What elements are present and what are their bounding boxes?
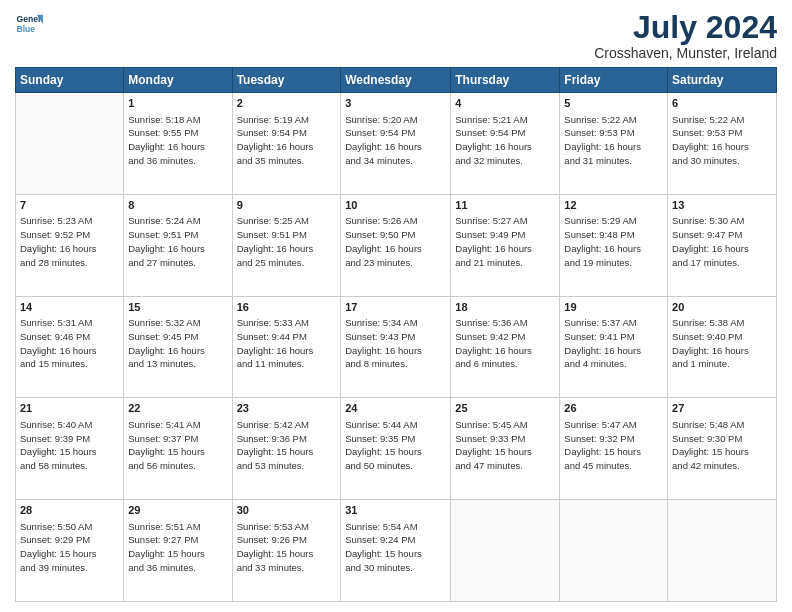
table-row: 23Sunrise: 5:42 AM Sunset: 9:36 PM Dayli… — [232, 398, 341, 500]
day-info: Sunrise: 5:34 AM Sunset: 9:43 PM Dayligh… — [345, 316, 446, 371]
table-row: 16Sunrise: 5:33 AM Sunset: 9:44 PM Dayli… — [232, 296, 341, 398]
day-info: Sunrise: 5:26 AM Sunset: 9:50 PM Dayligh… — [345, 214, 446, 269]
calendar-week-row: 1Sunrise: 5:18 AM Sunset: 9:55 PM Daylig… — [16, 93, 777, 195]
day-info: Sunrise: 5:19 AM Sunset: 9:54 PM Dayligh… — [237, 113, 337, 168]
day-number: 11 — [455, 198, 555, 213]
table-row: 5Sunrise: 5:22 AM Sunset: 9:53 PM Daylig… — [560, 93, 668, 195]
day-info: Sunrise: 5:41 AM Sunset: 9:37 PM Dayligh… — [128, 418, 227, 473]
day-number: 14 — [20, 300, 119, 315]
day-info: Sunrise: 5:22 AM Sunset: 9:53 PM Dayligh… — [564, 113, 663, 168]
day-number: 29 — [128, 503, 227, 518]
day-info: Sunrise: 5:42 AM Sunset: 9:36 PM Dayligh… — [237, 418, 337, 473]
table-row: 7Sunrise: 5:23 AM Sunset: 9:52 PM Daylig… — [16, 194, 124, 296]
day-number: 25 — [455, 401, 555, 416]
day-number: 26 — [564, 401, 663, 416]
day-info: Sunrise: 5:36 AM Sunset: 9:42 PM Dayligh… — [455, 316, 555, 371]
calendar-header-row: Sunday Monday Tuesday Wednesday Thursday… — [16, 68, 777, 93]
day-info: Sunrise: 5:44 AM Sunset: 9:35 PM Dayligh… — [345, 418, 446, 473]
day-info: Sunrise: 5:22 AM Sunset: 9:53 PM Dayligh… — [672, 113, 772, 168]
table-row: 19Sunrise: 5:37 AM Sunset: 9:41 PM Dayli… — [560, 296, 668, 398]
day-info: Sunrise: 5:47 AM Sunset: 9:32 PM Dayligh… — [564, 418, 663, 473]
day-info: Sunrise: 5:45 AM Sunset: 9:33 PM Dayligh… — [455, 418, 555, 473]
day-number: 19 — [564, 300, 663, 315]
calendar-week-row: 21Sunrise: 5:40 AM Sunset: 9:39 PM Dayli… — [16, 398, 777, 500]
day-info: Sunrise: 5:20 AM Sunset: 9:54 PM Dayligh… — [345, 113, 446, 168]
day-info: Sunrise: 5:50 AM Sunset: 9:29 PM Dayligh… — [20, 520, 119, 575]
day-number: 5 — [564, 96, 663, 111]
table-row: 30Sunrise: 5:53 AM Sunset: 9:26 PM Dayli… — [232, 500, 341, 602]
day-number: 12 — [564, 198, 663, 213]
svg-text:Blue: Blue — [17, 24, 36, 34]
table-row: 31Sunrise: 5:54 AM Sunset: 9:24 PM Dayli… — [341, 500, 451, 602]
table-row: 8Sunrise: 5:24 AM Sunset: 9:51 PM Daylig… — [124, 194, 232, 296]
day-number: 7 — [20, 198, 119, 213]
day-number: 24 — [345, 401, 446, 416]
day-info: Sunrise: 5:33 AM Sunset: 9:44 PM Dayligh… — [237, 316, 337, 371]
calendar-week-row: 7Sunrise: 5:23 AM Sunset: 9:52 PM Daylig… — [16, 194, 777, 296]
day-info: Sunrise: 5:18 AM Sunset: 9:55 PM Dayligh… — [128, 113, 227, 168]
table-row: 12Sunrise: 5:29 AM Sunset: 9:48 PM Dayli… — [560, 194, 668, 296]
table-row: 9Sunrise: 5:25 AM Sunset: 9:51 PM Daylig… — [232, 194, 341, 296]
day-info: Sunrise: 5:51 AM Sunset: 9:27 PM Dayligh… — [128, 520, 227, 575]
col-sunday: Sunday — [16, 68, 124, 93]
table-row: 2Sunrise: 5:19 AM Sunset: 9:54 PM Daylig… — [232, 93, 341, 195]
day-info: Sunrise: 5:24 AM Sunset: 9:51 PM Dayligh… — [128, 214, 227, 269]
day-number: 9 — [237, 198, 337, 213]
day-info: Sunrise: 5:30 AM Sunset: 9:47 PM Dayligh… — [672, 214, 772, 269]
table-row: 26Sunrise: 5:47 AM Sunset: 9:32 PM Dayli… — [560, 398, 668, 500]
table-row: 18Sunrise: 5:36 AM Sunset: 9:42 PM Dayli… — [451, 296, 560, 398]
day-info: Sunrise: 5:53 AM Sunset: 9:26 PM Dayligh… — [237, 520, 337, 575]
day-info: Sunrise: 5:40 AM Sunset: 9:39 PM Dayligh… — [20, 418, 119, 473]
col-wednesday: Wednesday — [341, 68, 451, 93]
table-row — [451, 500, 560, 602]
table-row — [668, 500, 777, 602]
day-info: Sunrise: 5:31 AM Sunset: 9:46 PM Dayligh… — [20, 316, 119, 371]
table-row: 22Sunrise: 5:41 AM Sunset: 9:37 PM Dayli… — [124, 398, 232, 500]
day-number: 15 — [128, 300, 227, 315]
table-row: 20Sunrise: 5:38 AM Sunset: 9:40 PM Dayli… — [668, 296, 777, 398]
table-row: 28Sunrise: 5:50 AM Sunset: 9:29 PM Dayli… — [16, 500, 124, 602]
col-tuesday: Tuesday — [232, 68, 341, 93]
day-number: 27 — [672, 401, 772, 416]
day-number: 20 — [672, 300, 772, 315]
day-info: Sunrise: 5:54 AM Sunset: 9:24 PM Dayligh… — [345, 520, 446, 575]
table-row: 15Sunrise: 5:32 AM Sunset: 9:45 PM Dayli… — [124, 296, 232, 398]
day-number: 21 — [20, 401, 119, 416]
day-info: Sunrise: 5:25 AM Sunset: 9:51 PM Dayligh… — [237, 214, 337, 269]
calendar-week-row: 14Sunrise: 5:31 AM Sunset: 9:46 PM Dayli… — [16, 296, 777, 398]
day-number: 13 — [672, 198, 772, 213]
day-info: Sunrise: 5:27 AM Sunset: 9:49 PM Dayligh… — [455, 214, 555, 269]
table-row: 4Sunrise: 5:21 AM Sunset: 9:54 PM Daylig… — [451, 93, 560, 195]
table-row — [16, 93, 124, 195]
logo-icon: General Blue — [15, 10, 43, 38]
day-info: Sunrise: 5:38 AM Sunset: 9:40 PM Dayligh… — [672, 316, 772, 371]
day-number: 17 — [345, 300, 446, 315]
day-number: 8 — [128, 198, 227, 213]
table-row: 3Sunrise: 5:20 AM Sunset: 9:54 PM Daylig… — [341, 93, 451, 195]
col-saturday: Saturday — [668, 68, 777, 93]
day-number: 6 — [672, 96, 772, 111]
col-thursday: Thursday — [451, 68, 560, 93]
day-info: Sunrise: 5:29 AM Sunset: 9:48 PM Dayligh… — [564, 214, 663, 269]
day-number: 10 — [345, 198, 446, 213]
table-row: 6Sunrise: 5:22 AM Sunset: 9:53 PM Daylig… — [668, 93, 777, 195]
table-row: 11Sunrise: 5:27 AM Sunset: 9:49 PM Dayli… — [451, 194, 560, 296]
day-number: 16 — [237, 300, 337, 315]
table-row: 24Sunrise: 5:44 AM Sunset: 9:35 PM Dayli… — [341, 398, 451, 500]
col-monday: Monday — [124, 68, 232, 93]
table-row: 13Sunrise: 5:30 AM Sunset: 9:47 PM Dayli… — [668, 194, 777, 296]
day-number: 4 — [455, 96, 555, 111]
main-title: July 2024 — [594, 10, 777, 45]
day-number: 1 — [128, 96, 227, 111]
day-number: 22 — [128, 401, 227, 416]
subtitle: Crosshaven, Munster, Ireland — [594, 45, 777, 61]
table-row: 17Sunrise: 5:34 AM Sunset: 9:43 PM Dayli… — [341, 296, 451, 398]
day-info: Sunrise: 5:48 AM Sunset: 9:30 PM Dayligh… — [672, 418, 772, 473]
day-number: 18 — [455, 300, 555, 315]
day-info: Sunrise: 5:23 AM Sunset: 9:52 PM Dayligh… — [20, 214, 119, 269]
day-number: 2 — [237, 96, 337, 111]
calendar-week-row: 28Sunrise: 5:50 AM Sunset: 9:29 PM Dayli… — [16, 500, 777, 602]
table-row: 27Sunrise: 5:48 AM Sunset: 9:30 PM Dayli… — [668, 398, 777, 500]
calendar-table: Sunday Monday Tuesday Wednesday Thursday… — [15, 67, 777, 602]
table-row — [560, 500, 668, 602]
